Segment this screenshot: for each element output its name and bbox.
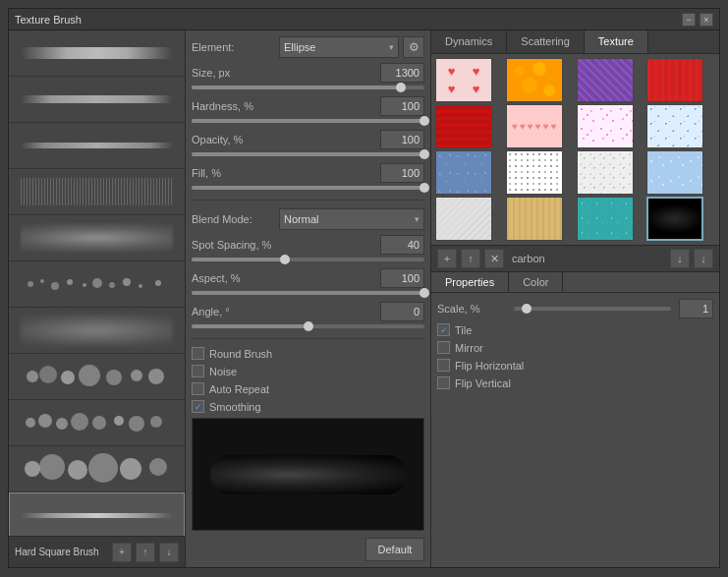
fill-slider-thumb[interactable]	[420, 183, 429, 193]
list-item[interactable]	[9, 215, 185, 261]
svg-point-3	[51, 282, 59, 290]
list-item[interactable]	[9, 123, 185, 169]
aspect-slider-track[interactable]	[192, 291, 424, 295]
noise-checkbox-row[interactable]: Noise	[192, 365, 424, 377]
tile-checkbox[interactable]: ✓	[437, 323, 450, 336]
flip-v-checkbox-row[interactable]: Flip Vertical	[437, 376, 713, 389]
angle-value[interactable]: 0	[380, 302, 424, 321]
list-item[interactable]	[9, 354, 185, 400]
mirror-checkbox[interactable]	[437, 341, 450, 354]
round-brush-checkbox[interactable]	[192, 347, 204, 360]
element-dropdown[interactable]: Ellipse ▾	[279, 36, 399, 58]
close-button[interactable]: ×	[700, 13, 713, 27]
svg-point-20	[56, 418, 68, 430]
add-texture-button[interactable]: +	[437, 249, 457, 268]
scale-label: Scale, %	[437, 303, 506, 315]
opacity-label: Opacity, %	[192, 134, 275, 145]
texture-cell-selected[interactable]	[646, 197, 703, 241]
svg-point-26	[25, 461, 40, 477]
hardness-value[interactable]: 100	[380, 96, 424, 116]
spot-spacing-slider-track[interactable]	[192, 258, 424, 261]
opacity-slider-track[interactable]	[192, 152, 424, 156]
list-item[interactable]	[9, 492, 185, 536]
spot-spacing-value[interactable]: 40	[380, 235, 424, 255]
sub-tab-properties[interactable]: Properties	[431, 272, 509, 292]
auto-repeat-checkbox-row[interactable]: Auto Repeat	[192, 382, 424, 395]
tab-dynamics[interactable]: Dynamics	[431, 30, 507, 53]
size-slider-thumb[interactable]	[396, 83, 406, 92]
svg-point-23	[114, 416, 124, 426]
texture-cell[interactable]	[577, 150, 634, 195]
texture-cell[interactable]	[646, 104, 703, 148]
texture-cell[interactable]: ♥ ♥ ♥ ♥ ♥ ♥	[506, 104, 563, 148]
brush-list-panel: Hard Square Brush + ↑ ↓	[9, 30, 186, 567]
scale-slider-thumb[interactable]	[522, 304, 532, 314]
aspect-value[interactable]: 100	[380, 268, 424, 288]
svg-point-8	[123, 278, 131, 286]
size-value[interactable]: 1300	[380, 63, 424, 83]
fill-row: Fill, % 100	[192, 163, 424, 192]
brush-preview	[19, 172, 176, 211]
texture-cell[interactable]	[435, 197, 492, 241]
texture-cell[interactable]	[435, 150, 492, 195]
opacity-slider-thumb[interactable]	[420, 149, 429, 159]
noise-checkbox[interactable]	[192, 365, 204, 377]
hardness-slider-fill	[192, 119, 424, 123]
list-item[interactable]	[9, 30, 185, 77]
gear-button[interactable]: ⚙	[403, 36, 424, 58]
tab-texture[interactable]: Texture	[585, 30, 648, 53]
flip-h-checkbox[interactable]	[437, 359, 450, 372]
list-item[interactable]	[9, 77, 185, 123]
element-label: Element:	[192, 41, 275, 53]
minimize-button[interactable]: −	[682, 13, 696, 27]
sub-tab-color[interactable]: Color	[509, 272, 563, 292]
flip-v-checkbox[interactable]	[437, 376, 450, 389]
tab-scattering[interactable]: Scattering	[507, 30, 585, 53]
angle-slider-track[interactable]	[192, 324, 424, 328]
texture-cell[interactable]	[506, 197, 563, 241]
smoothing-checkbox-row[interactable]: ✓ Smoothing	[192, 400, 424, 413]
spot-spacing-slider-thumb[interactable]	[280, 255, 290, 264]
download-texture-button[interactable]: ↓	[670, 249, 690, 268]
texture-cell[interactable]	[577, 197, 634, 241]
texture-cell[interactable]	[577, 58, 634, 102]
texture-cell[interactable]: ♥ ♥ ♥ ♥	[435, 58, 492, 102]
smoothing-checkbox[interactable]: ✓	[192, 400, 204, 413]
texture-cell[interactable]	[646, 58, 703, 102]
download2-texture-button[interactable]: ↓	[694, 249, 713, 268]
auto-repeat-checkbox[interactable]	[192, 382, 204, 395]
blend-mode-dropdown[interactable]: Normal ▾	[279, 208, 424, 230]
mirror-checkbox-row[interactable]: Mirror	[437, 341, 713, 354]
flip-h-checkbox-row[interactable]: Flip Horizontal	[437, 359, 713, 372]
texture-cell[interactable]	[577, 104, 634, 148]
upload-texture-button[interactable]: ↑	[461, 249, 480, 268]
default-button[interactable]: Default	[365, 538, 424, 561]
aspect-slider-thumb[interactable]	[420, 288, 429, 298]
download-brush-button[interactable]: ↓	[159, 543, 179, 562]
texture-cell[interactable]	[646, 150, 703, 195]
round-brush-checkbox-row[interactable]: Round Brush	[192, 347, 424, 360]
scale-value[interactable]: 1	[679, 299, 713, 318]
upload-brush-button[interactable]: ↑	[136, 543, 155, 562]
scale-slider[interactable]	[514, 307, 671, 311]
hardness-slider-track[interactable]	[192, 119, 424, 123]
delete-texture-button[interactable]: ✕	[484, 249, 504, 268]
texture-cell[interactable]	[435, 104, 492, 148]
angle-slider-thumb[interactable]	[304, 321, 313, 331]
size-slider-track[interactable]	[192, 86, 424, 89]
texture-cell[interactable]	[506, 58, 563, 102]
texture-cell[interactable]	[506, 150, 563, 195]
tile-checkbox-row[interactable]: ✓ Tile	[437, 323, 713, 336]
add-brush-button[interactable]: +	[112, 543, 132, 562]
fill-value[interactable]: 100	[380, 163, 424, 183]
list-item[interactable]	[9, 400, 185, 446]
svg-point-34	[550, 69, 558, 77]
list-item[interactable]	[9, 446, 185, 492]
list-item[interactable]	[9, 169, 185, 215]
svg-point-35	[522, 78, 537, 93]
fill-slider-track[interactable]	[192, 186, 424, 190]
opacity-value[interactable]: 100	[380, 130, 424, 149]
list-item[interactable]	[9, 261, 185, 308]
hardness-slider-thumb[interactable]	[420, 116, 429, 126]
list-item[interactable]	[9, 308, 185, 354]
